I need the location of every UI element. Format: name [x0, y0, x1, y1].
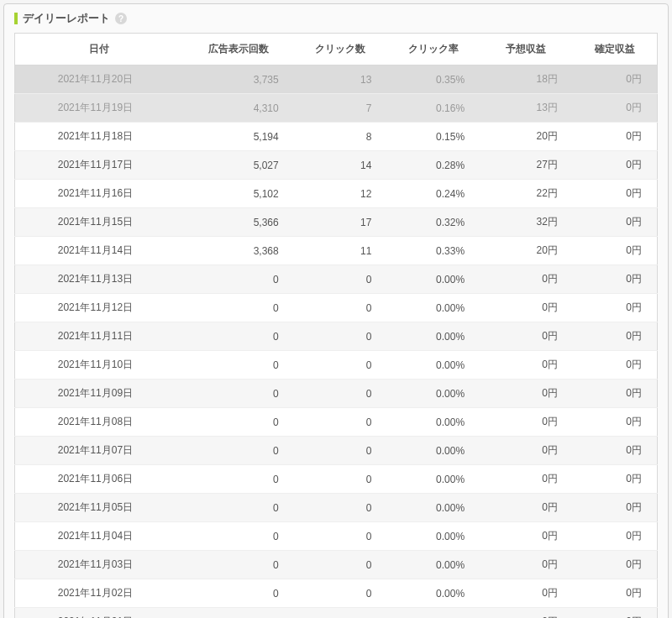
cell-est: 20円: [480, 237, 573, 265]
cell-impressions: 0: [184, 522, 294, 551]
cell-clicks: 0: [294, 608, 387, 619]
cell-date: 2021年11月11日: [15, 322, 184, 351]
cell-est: 0円: [480, 494, 573, 522]
cell-fixed: 0円: [573, 608, 658, 619]
cell-date: 2021年11月12日: [15, 294, 184, 322]
cell-fixed: 0円: [573, 265, 658, 294]
col-estimated: 予想収益: [480, 34, 573, 65]
cell-ctr: 0.00%: [386, 265, 480, 294]
cell-date: 2021年11月08日: [15, 408, 184, 437]
cell-impressions: 0: [184, 294, 294, 322]
cell-est: 18円: [480, 65, 573, 94]
col-date: 日付: [15, 34, 184, 65]
table-row: 2021年11月19日4,31070.16%13円0円: [15, 94, 658, 123]
table-row: 2021年11月07日000.00%0円0円: [15, 437, 658, 465]
cell-clicks: 0: [294, 465, 387, 494]
cell-est: 0円: [480, 322, 573, 351]
cell-impressions: 0: [184, 579, 294, 608]
cell-est: 0円: [480, 551, 573, 579]
panel-header: デイリーレポート ?: [14, 11, 658, 26]
cell-ctr: 0.00%: [386, 437, 480, 465]
cell-clicks: 0: [294, 322, 387, 351]
cell-date: 2021年11月06日: [15, 465, 184, 494]
cell-clicks: 0: [294, 408, 387, 437]
cell-date: 2021年11月01日: [15, 608, 184, 619]
cell-clicks: 0: [294, 380, 387, 408]
cell-date: 2021年11月18日: [15, 123, 184, 151]
cell-clicks: 11: [294, 237, 387, 265]
cell-fixed: 0円: [573, 65, 658, 94]
table-row: 2021年11月02日000.00%0円0円: [15, 579, 658, 608]
cell-est: 32円: [480, 208, 573, 237]
col-clicks: クリック数: [294, 34, 387, 65]
cell-date: 2021年11月05日: [15, 494, 184, 522]
cell-fixed: 0円: [573, 180, 658, 208]
cell-date: 2021年11月19日: [15, 94, 184, 123]
cell-est: 0円: [480, 465, 573, 494]
cell-est: 27円: [480, 151, 573, 180]
cell-est: 13円: [480, 94, 573, 123]
cell-ctr: 0.00%: [386, 322, 480, 351]
cell-impressions: 0: [184, 551, 294, 579]
cell-clicks: 0: [294, 294, 387, 322]
cell-clicks: 7: [294, 94, 387, 123]
table-header-row: 日付 広告表示回数 クリック数 クリック率 予想収益 確定収益: [15, 34, 658, 65]
cell-date: 2021年11月15日: [15, 208, 184, 237]
cell-fixed: 0円: [573, 294, 658, 322]
cell-clicks: 13: [294, 65, 387, 94]
cell-impressions: 0: [184, 265, 294, 294]
cell-clicks: 0: [294, 579, 387, 608]
cell-ctr: 0.00%: [386, 608, 480, 619]
cell-ctr: 0.32%: [386, 208, 480, 237]
cell-fixed: 0円: [573, 94, 658, 123]
table-row: 2021年11月16日5,102120.24%22円0円: [15, 180, 658, 208]
cell-impressions: 4,310: [184, 94, 294, 123]
cell-impressions: 0: [184, 351, 294, 380]
cell-ctr: 0.15%: [386, 123, 480, 151]
cell-fixed: 0円: [573, 351, 658, 380]
cell-fixed: 0円: [573, 380, 658, 408]
cell-est: 0円: [480, 408, 573, 437]
cell-ctr: 0.16%: [386, 94, 480, 123]
cell-fixed: 0円: [573, 123, 658, 151]
cell-impressions: 5,102: [184, 180, 294, 208]
col-ctr: クリック率: [386, 34, 480, 65]
cell-est: 0円: [480, 265, 573, 294]
cell-clicks: 0: [294, 265, 387, 294]
cell-est: 0円: [480, 351, 573, 380]
cell-date: 2021年11月09日: [15, 380, 184, 408]
cell-fixed: 0円: [573, 551, 658, 579]
col-impressions: 広告表示回数: [184, 34, 294, 65]
table-row: 2021年11月15日5,366170.32%32円0円: [15, 208, 658, 237]
help-icon[interactable]: ?: [115, 13, 127, 24]
cell-ctr: 0.00%: [386, 351, 480, 380]
cell-clicks: 0: [294, 437, 387, 465]
cell-ctr: 0.00%: [386, 494, 480, 522]
cell-impressions: 0: [184, 380, 294, 408]
cell-fixed: 0円: [573, 465, 658, 494]
cell-ctr: 0.24%: [386, 180, 480, 208]
accent-bar-icon: [14, 13, 18, 24]
cell-impressions: 3,368: [184, 237, 294, 265]
cell-impressions: 3,735: [184, 65, 294, 94]
cell-fixed: 0円: [573, 579, 658, 608]
cell-ctr: 0.00%: [386, 294, 480, 322]
daily-report-table: 日付 広告表示回数 クリック数 クリック率 予想収益 確定収益 2021年11月…: [14, 33, 658, 618]
cell-est: 0円: [480, 522, 573, 551]
table-row: 2021年11月05日000.00%0円0円: [15, 494, 658, 522]
cell-date: 2021年11月10日: [15, 351, 184, 380]
table-row: 2021年11月13日000.00%0円0円: [15, 265, 658, 294]
cell-fixed: 0円: [573, 208, 658, 237]
cell-ctr: 0.00%: [386, 579, 480, 608]
cell-ctr: 0.00%: [386, 380, 480, 408]
table-row: 2021年11月10日000.00%0円0円: [15, 351, 658, 380]
table-row: 2021年11月08日000.00%0円0円: [15, 408, 658, 437]
table-row: 2021年11月03日000.00%0円0円: [15, 551, 658, 579]
cell-impressions: 0: [184, 437, 294, 465]
cell-clicks: 0: [294, 351, 387, 380]
table-row: 2021年11月06日000.00%0円0円: [15, 465, 658, 494]
cell-ctr: 0.33%: [386, 237, 480, 265]
cell-est: 0円: [480, 294, 573, 322]
cell-est: 0円: [480, 437, 573, 465]
table-row: 2021年11月20日3,735130.35%18円0円: [15, 65, 658, 94]
